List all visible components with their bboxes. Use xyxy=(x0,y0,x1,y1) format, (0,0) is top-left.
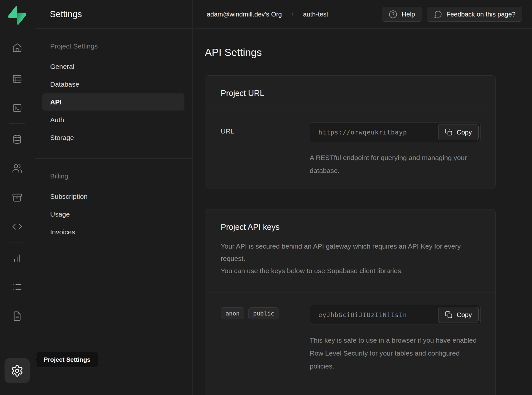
section-label-project-settings: Project Settings xyxy=(42,42,184,50)
anon-key-description: This key is safe to use in a browser if … xyxy=(310,334,481,373)
sidebar-item-auth-settings[interactable]: Auth xyxy=(42,111,184,128)
main-header: adam@windmill.dev's Org / auth-test Help… xyxy=(193,0,532,29)
copy-icon xyxy=(445,311,453,319)
code-icon xyxy=(12,221,22,232)
sidebar-item-logs[interactable] xyxy=(7,278,28,296)
sidebar-item-reports[interactable] xyxy=(7,249,28,267)
home-icon xyxy=(12,42,22,53)
sidebar-item-sql-editor[interactable] xyxy=(7,99,28,117)
feedback-button[interactable]: Feedback on this page? xyxy=(427,7,523,22)
question-circle-icon xyxy=(389,10,397,19)
anon-key-field[interactable]: eyJhbGciOiJIUzI1NiIsIn Copy xyxy=(310,305,481,325)
list-icon xyxy=(12,282,22,292)
app-icon-rail xyxy=(0,0,34,395)
sidebar-item-edge-functions[interactable] xyxy=(7,218,28,236)
key-badges: anon public xyxy=(221,307,310,319)
anon-badge: anon xyxy=(221,307,244,319)
sidebar-item-database-settings[interactable]: Database xyxy=(42,76,184,93)
rail-divider xyxy=(9,242,25,242)
table-editor-icon xyxy=(12,74,22,84)
project-url-field[interactable]: https://orwqeukritbayp Copy xyxy=(310,122,481,142)
sidebar-item-storage-settings[interactable]: Storage xyxy=(42,129,184,146)
sidebar-item-database[interactable] xyxy=(7,130,28,148)
sidebar-section-divider xyxy=(35,158,192,159)
project-api-keys-card: Project API keys Your API is secured beh… xyxy=(205,209,496,395)
sidebar-item-project-settings[interactable] xyxy=(5,358,30,383)
public-badge: public xyxy=(248,307,279,319)
copy-anon-key-label: Copy xyxy=(457,311,472,319)
sidebar-item-api-docs[interactable] xyxy=(7,307,28,325)
api-keys-description-1: Your API is secured behind an API gatewa… xyxy=(221,240,480,265)
help-button[interactable]: Help xyxy=(382,7,422,22)
sidebar-item-usage[interactable]: Usage xyxy=(42,206,184,223)
copy-url-button[interactable]: Copy xyxy=(438,124,479,140)
project-settings-tooltip: Project Settings xyxy=(36,352,98,368)
anon-key-value: eyJhbGciOiJIUzI1NiIsIn xyxy=(318,311,407,318)
sidebar-item-table-editor[interactable] xyxy=(7,70,28,88)
sidebar-item-storage[interactable] xyxy=(7,188,28,207)
api-keys-card-title: Project API keys xyxy=(221,222,480,232)
database-icon xyxy=(12,134,22,144)
settings-sidebar-header: Settings xyxy=(35,0,192,29)
supabase-logo[interactable] xyxy=(7,5,28,26)
sql-editor-icon xyxy=(12,103,22,113)
auth-users-icon xyxy=(12,163,22,174)
rail-divider xyxy=(9,63,25,63)
breadcrumb-separator: / xyxy=(292,11,294,18)
project-url-description: A RESTful endpoint for querying and mana… xyxy=(310,151,481,177)
file-text-icon xyxy=(12,311,22,321)
bar-chart-icon xyxy=(12,253,22,263)
url-row-label: URL xyxy=(221,122,310,177)
copy-icon xyxy=(445,128,453,136)
help-button-label: Help xyxy=(402,11,415,18)
sidebar-item-home[interactable] xyxy=(7,38,28,57)
main-area: adam@windmill.dev's Org / auth-test Help… xyxy=(193,0,532,395)
chat-bubble-icon xyxy=(434,10,442,19)
settings-sidebar: Settings Project Settings General Databa… xyxy=(35,0,193,395)
breadcrumb: adam@windmill.dev's Org / auth-test xyxy=(207,11,328,18)
breadcrumb-project[interactable]: auth-test xyxy=(303,11,328,18)
sidebar-item-general[interactable]: General xyxy=(42,58,184,75)
rail-divider xyxy=(9,123,25,124)
breadcrumb-org[interactable]: adam@windmill.dev's Org xyxy=(207,11,282,18)
project-url-card-title: Project URL xyxy=(221,89,480,98)
sidebar-item-subscription[interactable]: Subscription xyxy=(42,188,184,205)
project-url-value: https://orwqeukritbayp xyxy=(318,129,407,136)
copy-url-label: Copy xyxy=(457,129,472,136)
sidebar-item-api[interactable]: API xyxy=(42,93,184,111)
feedback-button-label: Feedback on this page? xyxy=(447,11,516,18)
api-keys-description-2: You can use the keys below to use Supaba… xyxy=(221,265,480,277)
project-url-card: Project URL URL https://orwqeukritbayp C… xyxy=(205,75,496,188)
supabase-logo-icon xyxy=(8,6,26,25)
page-title: API Settings xyxy=(205,47,532,59)
section-label-billing: Billing xyxy=(42,172,184,180)
sidebar-item-invoices[interactable]: Invoices xyxy=(42,223,184,240)
gear-icon xyxy=(11,364,24,377)
sidebar-item-auth[interactable] xyxy=(7,159,28,177)
sidebar-title: Settings xyxy=(50,9,82,19)
copy-anon-key-button[interactable]: Copy xyxy=(438,307,479,323)
storage-archive-icon xyxy=(12,192,22,203)
